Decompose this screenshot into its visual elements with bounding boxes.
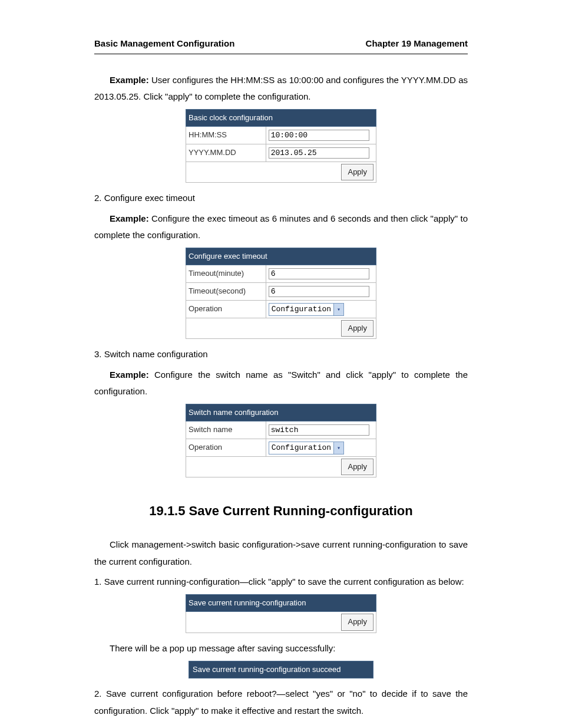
item-2-title: 2. Configure exec timeout xyxy=(94,190,468,207)
switch-name-config-title: Switch name configuration xyxy=(186,404,376,421)
save-apply-button[interactable]: Apply xyxy=(341,614,373,631)
example-3-body: Configure the switch name as "Switch" an… xyxy=(94,370,468,397)
example-3-text: Example: Configure the switch name as "S… xyxy=(94,367,468,400)
timeout-config-title: Configure exec timeout xyxy=(186,248,376,265)
timeout-config-table: Configure exec timeout Timeout(minute) T… xyxy=(186,248,376,339)
hhmmss-label: HH:MM:SS xyxy=(186,127,266,144)
example-1-text: Example: User configures the HH:MM:SS as… xyxy=(94,72,468,106)
timeout-second-label: Timeout(second) xyxy=(186,283,266,301)
chevron-down-icon: ▾ xyxy=(333,442,343,454)
timeout-operation-label: Operation xyxy=(186,300,266,318)
switch-name-input[interactable] xyxy=(269,424,369,436)
timeout-operation-value: Configuration xyxy=(269,302,333,317)
popup-intro: There will be a pop up message after sav… xyxy=(94,640,468,657)
chevron-down-icon: ▾ xyxy=(333,304,343,315)
header-left: Basic Management Configuration xyxy=(94,35,234,52)
example-2-text: Example: Configure the exec timeout as 6… xyxy=(94,210,468,244)
save-succeed-message: Save current running-configuration succe… xyxy=(189,661,373,679)
section-item-2: 2. Save current configuration before reb… xyxy=(94,686,468,719)
example-1-body: User configures the HH:MM:SS as 10:00:00… xyxy=(94,75,468,102)
timeout-operation-select[interactable]: Configuration ▾ xyxy=(269,303,344,316)
switch-operation-value: Configuration xyxy=(269,441,333,456)
timeout-minute-input[interactable] xyxy=(269,268,369,279)
timeout-apply-button[interactable]: Apply xyxy=(341,320,373,337)
section-intro: Click management->switch basic configura… xyxy=(94,536,468,570)
section-title: 19.1.5 Save Current Running-configuratio… xyxy=(94,499,468,523)
timeout-minute-label: Timeout(minute) xyxy=(186,265,266,283)
example-2-body: Configure the exec timeout as 6 minutes … xyxy=(94,213,468,241)
hhmmss-input[interactable] xyxy=(269,130,369,141)
header-right: Chapter 19 Management xyxy=(366,35,468,52)
switch-operation-select[interactable]: Configuration ▾ xyxy=(269,442,344,454)
example-3-label: Example: xyxy=(110,370,149,380)
save-config-title: Save current running-configuration xyxy=(186,594,376,612)
switch-apply-button[interactable]: Apply xyxy=(341,459,373,476)
save-config-table: Save current running-configuration Apply xyxy=(186,594,376,633)
item-3-title: 3. Switch name configuration xyxy=(94,346,468,363)
page-header: Basic Management Configuration Chapter 1… xyxy=(94,35,468,54)
switch-name-label: Switch name xyxy=(186,421,266,439)
switch-name-config-table: Switch name configuration Switch name Op… xyxy=(186,404,376,478)
example-1-label: Example: xyxy=(110,75,149,85)
switch-operation-label: Operation xyxy=(186,439,266,457)
section-item-1: 1. Save current running-configuration—cl… xyxy=(94,574,468,591)
timeout-second-input[interactable] xyxy=(269,286,369,297)
clock-config-title: Basic clock configuration xyxy=(186,109,376,127)
clock-config-table: Basic clock configuration HH:MM:SS YYYY.… xyxy=(186,109,376,183)
yyyymmdd-input[interactable] xyxy=(269,147,369,159)
clock-apply-button[interactable]: Apply xyxy=(341,164,373,181)
yyyymmdd-label: YYYY.MM.DD xyxy=(186,144,266,162)
example-2-label: Example: xyxy=(110,213,149,223)
